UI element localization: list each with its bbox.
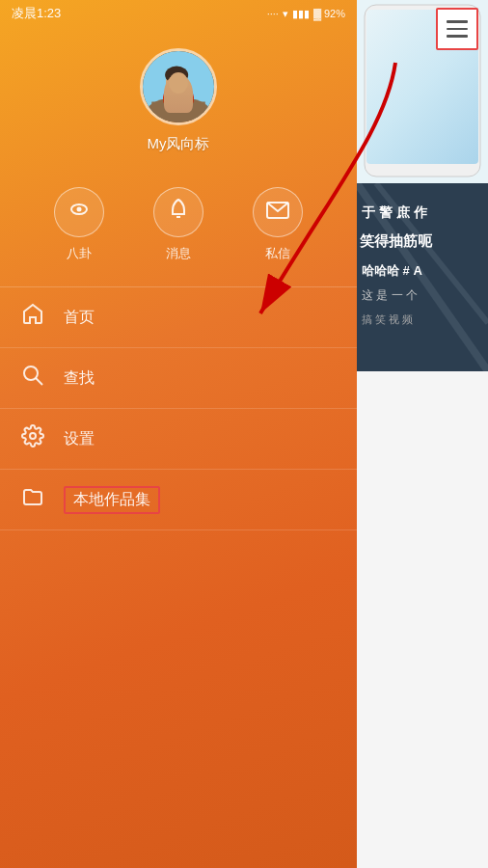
signal-bars: ▮▮▮ xyxy=(292,8,310,20)
svg-rect-30 xyxy=(401,108,420,127)
svg-rect-31 xyxy=(426,108,446,127)
settings-icon xyxy=(19,424,46,453)
svg-text:这 是 一 个: 这 是 一 个 xyxy=(362,288,418,302)
status-bar: 凌晨1:23 ···· ▾ ▮▮▮ ▓ 92% xyxy=(0,0,357,27)
search-icon xyxy=(19,364,46,393)
action-message[interactable]: 消息 xyxy=(153,187,203,262)
svg-rect-32 xyxy=(451,108,471,127)
right-image-text: 于 警 庶 作 笑得抽筋呃 哈哈哈 # A 这 是 一 个 搞 笑 视 频 xyxy=(357,183,488,371)
svg-rect-17 xyxy=(376,33,395,52)
menu-text-search: 查找 xyxy=(64,368,95,389)
svg-point-12 xyxy=(30,433,36,439)
bell-icon xyxy=(168,198,189,227)
svg-text:哈哈哈 # A: 哈哈哈 # A xyxy=(362,263,422,278)
svg-rect-23 xyxy=(426,58,446,77)
menu-item-local[interactable]: 本地作品集 xyxy=(0,470,357,530)
svg-point-7 xyxy=(76,207,81,212)
action-label-message: 消息 xyxy=(166,245,191,262)
eye-icon xyxy=(68,198,91,227)
svg-line-11 xyxy=(36,378,42,385)
wifi-icon: ▾ xyxy=(283,8,288,20)
action-row: 八卦 消息 私信 xyxy=(0,173,357,277)
svg-text:于 警 庶 作: 于 警 庶 作 xyxy=(362,204,428,220)
menu-item-home[interactable]: 首页 xyxy=(0,287,357,348)
hamburger-line-3 xyxy=(447,35,468,38)
svg-rect-24 xyxy=(451,58,471,77)
action-circle-gossip xyxy=(54,187,104,237)
action-circle-message xyxy=(153,187,203,237)
right-panel: 于 警 庶 作 笑得抽筋呃 哈哈哈 # A 这 是 一 个 搞 笑 视 频 xyxy=(357,0,488,868)
right-panel-content: 于 警 庶 作 笑得抽筋呃 哈哈哈 # A 这 是 一 个 搞 笑 视 频 xyxy=(357,0,488,868)
menu-text-box-local: 本地作品集 xyxy=(64,486,160,514)
svg-text:笑得抽筋呃: 笑得抽筋呃 xyxy=(359,232,433,249)
svg-rect-29 xyxy=(376,108,395,127)
username: My风向标 xyxy=(148,135,210,153)
svg-rect-21 xyxy=(376,58,395,77)
menu-item-settings[interactable]: 设置 xyxy=(0,409,357,470)
mail-icon xyxy=(266,200,289,225)
svg-point-4 xyxy=(165,67,188,85)
action-label-gossip: 八卦 xyxy=(67,245,92,262)
sidebar: 凌晨1:23 ···· ▾ ▮▮▮ ▓ 92% xyxy=(0,0,357,868)
svg-rect-36 xyxy=(442,146,459,161)
action-circle-private xyxy=(253,187,303,237)
svg-rect-27 xyxy=(426,83,446,102)
menu-text-settings: 设置 xyxy=(64,429,95,449)
menu-item-search[interactable]: 查找 xyxy=(0,348,357,409)
action-label-private: 私信 xyxy=(265,245,290,262)
svg-rect-2 xyxy=(151,102,205,121)
menu-text-local: 本地作品集 xyxy=(73,491,150,507)
svg-rect-22 xyxy=(401,58,420,77)
action-gossip[interactable]: 八卦 xyxy=(54,187,104,262)
svg-rect-18 xyxy=(401,33,420,52)
menu-text-home: 首页 xyxy=(64,308,95,328)
svg-rect-35 xyxy=(413,146,430,161)
battery-icon: ▓ 92% xyxy=(313,8,345,19)
right-image-rest xyxy=(357,371,488,868)
action-private[interactable]: 私信 xyxy=(253,187,303,262)
svg-rect-28 xyxy=(451,83,471,102)
svg-rect-25 xyxy=(376,83,395,102)
svg-rect-34 xyxy=(384,146,401,161)
folder-icon xyxy=(19,485,46,514)
svg-rect-5 xyxy=(170,91,184,107)
hamburger-button[interactable] xyxy=(436,8,478,50)
svg-point-10 xyxy=(24,366,38,380)
svg-rect-26 xyxy=(401,83,420,102)
hamburger-line-1 xyxy=(447,20,468,23)
status-icons: ···· ▾ ▮▮▮ ▓ 92% xyxy=(267,8,345,20)
avatar[interactable] xyxy=(140,48,217,125)
hamburger-line-2 xyxy=(447,28,468,31)
status-time: 凌晨1:23 xyxy=(12,5,61,22)
svg-text:搞 笑 视 频: 搞 笑 视 频 xyxy=(362,313,413,325)
signal-dots: ···· xyxy=(267,8,279,19)
avatar-image xyxy=(143,51,214,122)
home-icon xyxy=(19,303,46,332)
svg-rect-33 xyxy=(370,143,474,164)
